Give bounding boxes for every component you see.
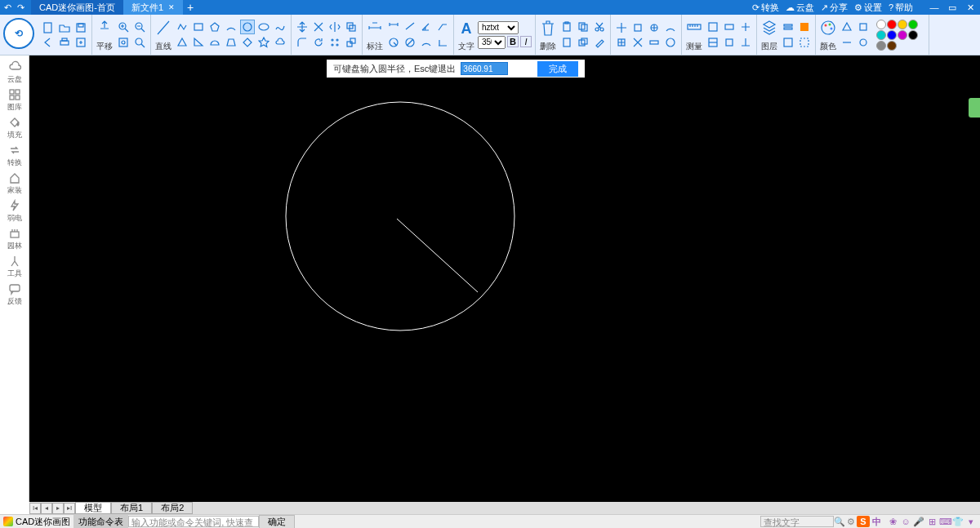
spline-icon[interactable]	[273, 20, 287, 34]
clipboard-icon[interactable]	[559, 20, 574, 34]
palette-icon[interactable]	[819, 17, 837, 40]
swatch[interactable]	[887, 20, 897, 29]
arc-icon[interactable]	[224, 20, 238, 34]
swatch[interactable]	[908, 30, 918, 40]
copy-shape-icon[interactable]	[576, 35, 590, 50]
tray-icon[interactable]: ▾	[965, 517, 977, 527]
snap7-icon[interactable]	[647, 35, 662, 50]
move-icon[interactable]	[295, 20, 310, 34]
swatch[interactable]	[887, 41, 897, 51]
tab-model[interactable]: 模型	[75, 502, 111, 514]
cmd-input[interactable]: 输入功能或命令关键词, 快速查找功能	[128, 516, 259, 527]
c4-icon[interactable]	[856, 35, 871, 50]
redo-button[interactable]: ↷	[15, 2, 26, 13]
line-icon[interactable]	[154, 17, 172, 40]
offset-icon[interactable]	[344, 20, 359, 34]
cmd-label[interactable]: 功能命令表	[74, 515, 128, 529]
rotate-icon[interactable]	[311, 35, 326, 50]
dim-radius-icon[interactable]	[386, 35, 401, 50]
side-home[interactable]: 家装	[0, 170, 29, 197]
app-logo[interactable]: ⟲	[3, 18, 34, 49]
rtriangle-icon[interactable]	[191, 35, 206, 50]
star-icon[interactable]	[256, 35, 271, 50]
close-tab-icon[interactable]: ✕	[168, 3, 175, 11]
rect-icon[interactable]	[191, 20, 206, 34]
side-convert[interactable]: 转换	[0, 142, 29, 170]
dim-arc-icon[interactable]	[419, 35, 434, 50]
m3-icon[interactable]	[738, 20, 753, 34]
diamond-icon[interactable]	[240, 35, 255, 50]
circle-icon[interactable]	[240, 20, 255, 34]
side-library[interactable]: 图库	[0, 87, 29, 114]
measure-icon[interactable]	[685, 17, 703, 40]
snap1-icon[interactable]	[614, 20, 629, 35]
side-feedback[interactable]: 反馈	[0, 281, 29, 308]
first-icon[interactable]: I◂	[29, 503, 41, 514]
semicircle-icon[interactable]	[207, 35, 222, 50]
snap4-icon[interactable]	[663, 20, 678, 35]
dim-linear-icon[interactable]	[386, 20, 401, 34]
m4-icon[interactable]	[706, 35, 720, 50]
side-cloud[interactable]: 云盘	[0, 59, 29, 87]
save-icon[interactable]	[74, 20, 88, 35]
swatch[interactable]	[898, 30, 907, 40]
c3-icon[interactable]	[840, 35, 854, 50]
minimize-button[interactable]: —	[928, 2, 941, 13]
search-icon[interactable]: 🔍	[834, 517, 845, 527]
paste-icon[interactable]	[559, 35, 574, 50]
right-handle[interactable]	[969, 98, 980, 118]
new-icon[interactable]	[41, 20, 56, 35]
cloud-shape-icon[interactable]	[273, 35, 287, 50]
tab-layout2[interactable]: 布局2	[152, 502, 193, 514]
zoom-out-icon[interactable]	[132, 20, 147, 34]
swatch[interactable]	[876, 30, 886, 40]
ok-button[interactable]: 确定	[259, 515, 295, 529]
m6-icon[interactable]	[738, 35, 753, 50]
array-icon[interactable]	[327, 35, 342, 50]
new-tab-button[interactable]: +	[183, 0, 198, 15]
side-garden[interactable]: 园林	[0, 225, 29, 253]
l4-icon[interactable]	[797, 35, 812, 50]
triangle-icon[interactable]	[175, 35, 189, 50]
close-button[interactable]: ✕	[964, 2, 977, 13]
polyline-icon[interactable]	[175, 20, 189, 34]
print-icon[interactable]	[57, 35, 72, 50]
drawing-canvas[interactable]	[29, 55, 980, 502]
radius-input[interactable]	[461, 62, 508, 75]
pan-icon[interactable]	[96, 17, 114, 40]
tray-icon[interactable]: 👕	[952, 517, 964, 527]
zoom-in-icon[interactable]	[116, 20, 131, 34]
mirror-icon[interactable]	[327, 20, 342, 34]
tab-home[interactable]: CAD迷你画图-首页	[31, 0, 123, 15]
c1-icon[interactable]	[840, 20, 854, 34]
tab-newfile[interactable]: 新文件1 ✕	[123, 0, 183, 15]
copy-icon[interactable]	[576, 20, 590, 34]
side-fill[interactable]: 填充	[0, 114, 29, 142]
snap6-icon[interactable]	[630, 35, 645, 50]
dim-angle-icon[interactable]	[419, 20, 434, 34]
side-elec[interactable]: 弱电	[0, 197, 29, 225]
c2-icon[interactable]	[856, 20, 871, 34]
tray-icon[interactable]: ⌨	[939, 517, 951, 527]
delete-icon[interactable]	[539, 17, 557, 40]
bold-button[interactable]: B	[507, 36, 519, 47]
open-icon[interactable]	[57, 20, 72, 35]
prev-icon[interactable]: ◂	[41, 503, 52, 514]
polygon-icon[interactable]	[207, 20, 222, 34]
brush-icon[interactable]	[592, 35, 607, 50]
cut-icon[interactable]	[592, 20, 607, 34]
l3-icon[interactable]	[781, 35, 795, 50]
snap2-icon[interactable]	[630, 20, 645, 35]
trim-icon[interactable]	[311, 20, 326, 34]
zoom-window-icon[interactable]	[116, 35, 131, 50]
side-tool[interactable]: 工具	[0, 253, 29, 281]
tray-icon[interactable]: ☺	[900, 517, 911, 527]
convert-button[interactable]: ⟳转换	[752, 2, 779, 14]
tray-icon[interactable]: ❀	[887, 517, 898, 527]
snap5-icon[interactable]	[614, 35, 629, 50]
fillet-icon[interactable]	[295, 35, 310, 50]
dim-leader-icon[interactable]	[435, 20, 450, 34]
swatch[interactable]	[908, 20, 918, 29]
size-select[interactable]: 350	[478, 36, 506, 49]
tray-icon[interactable]: 🎤	[913, 517, 924, 527]
